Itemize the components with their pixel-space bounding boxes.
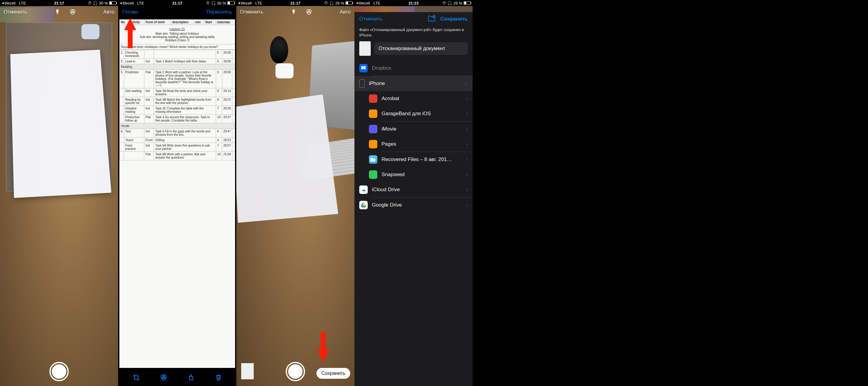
- filename-row: Отсканированный документ: [354, 41, 472, 61]
- folder-item[interactable]: Pages›: [354, 137, 472, 152]
- save-sheet: Отменить Сохранить Файл «Отсканированный…: [354, 12, 472, 386]
- screen-edit: ••ıllifecell LTE 21:17 ⏱🎧30 % Готово Пер…: [118, 0, 236, 386]
- chevron-right-icon: ›: [466, 111, 468, 116]
- edit-toolbar: Готово Переснять: [118, 6, 236, 18]
- alarm-icon: ⏱: [88, 1, 92, 5]
- annotation-arrow-up: [124, 18, 136, 48]
- screen-camera-captured: ••ıllifecell LTE 21:17 ⏱🎧29 % Отменить А…: [236, 0, 354, 386]
- iphone-icon: [359, 79, 365, 88]
- annotation-arrow-down: [317, 332, 329, 362]
- doc-title: Lesson 11: [121, 26, 234, 32]
- location-dropbox[interactable]: Dropbox: [354, 61, 472, 76]
- sheet-toolbar: Отменить Сохранить: [354, 12, 472, 26]
- scanned-document[interactable]: NoActivityForm of workdescriptionminStar…: [119, 19, 235, 368]
- folder-item[interactable]: Recovered Files – 8 авг. 201…›: [354, 152, 472, 167]
- scan-thumbnail[interactable]: [241, 363, 254, 379]
- folder-item[interactable]: Snapseed›: [354, 167, 472, 182]
- dropbox-icon: [359, 64, 368, 72]
- status-bar: ••ıllifecell LTE 21:17 ⏱🎧30 %: [118, 0, 236, 6]
- location-list: Dropbox iPhone ⌄ Acrobat›GarageBand для …: [354, 61, 472, 213]
- doc-thumbnail: [359, 41, 371, 56]
- gdrive-icon: [359, 201, 368, 209]
- flash-icon[interactable]: [290, 9, 297, 16]
- airpods: [276, 63, 293, 79]
- auto-button[interactable]: Авто: [103, 9, 115, 15]
- folder-item[interactable]: GarageBand для iOS›: [354, 106, 472, 121]
- signal-icon: ••ıl: [2, 1, 3, 5]
- location-gdrive[interactable]: Google Drive ›: [354, 198, 472, 213]
- camera-toolbar: Отменить Авто: [0, 6, 118, 18]
- status-bar: ••ıllifecell LTE 21:17 ⏱🎧29 %: [236, 0, 354, 6]
- chevron-right-icon: ›: [466, 202, 468, 208]
- chevron-right-icon: ›: [466, 187, 468, 192]
- app-icon: [369, 170, 377, 179]
- save-message: Файл «Отсканированный документ.pdf» буде…: [354, 26, 472, 41]
- svg-rect-6: [189, 376, 193, 380]
- svg-marker-7: [124, 18, 136, 48]
- chevron-down-icon: ⌄: [464, 81, 468, 86]
- auto-button[interactable]: Авто: [340, 9, 351, 15]
- rotate-icon[interactable]: [187, 374, 195, 382]
- app-icon: [369, 94, 377, 103]
- screen-save: ••ıllifecell LTE 21:23 ⏱🎧29 % Отменить С…: [354, 0, 472, 386]
- save-button[interactable]: Сохранить: [440, 16, 468, 22]
- folder-item[interactable]: Acrobat›: [354, 91, 472, 106]
- folder-item[interactable]: iMovie›: [354, 121, 472, 137]
- cancel-button[interactable]: Отменить: [4, 9, 27, 15]
- paper-preview: [10, 50, 111, 198]
- app-icon: [369, 110, 377, 118]
- app-icon: [369, 140, 377, 148]
- filter-icon[interactable]: [306, 9, 312, 16]
- save-button[interactable]: Сохранить: [316, 368, 350, 379]
- crop-icon[interactable]: [132, 374, 140, 382]
- status-time: 21:17: [54, 1, 64, 5]
- chevron-right-icon: ›: [466, 157, 468, 162]
- cancel-button[interactable]: Отменить: [359, 16, 383, 22]
- icloud-icon: ☁︎: [359, 185, 368, 194]
- mouse: [270, 36, 288, 63]
- battery-icon: [109, 1, 116, 5]
- filename-field[interactable]: Отсканированный документ: [374, 42, 468, 55]
- chevron-right-icon: ›: [466, 96, 468, 101]
- location-iphone[interactable]: iPhone ⌄: [354, 76, 472, 91]
- camera-toolbar: Отменить Авто: [236, 6, 354, 18]
- app-icon: [369, 125, 377, 133]
- status-bar: ••ıllifecell LTE 21:17 ⏱🎧30 %: [0, 0, 118, 6]
- done-button[interactable]: Готово: [122, 9, 138, 15]
- new-folder-icon[interactable]: [428, 15, 435, 23]
- retake-button[interactable]: Переснять: [207, 9, 232, 15]
- edit-bottom-toolbar: [118, 369, 236, 386]
- svg-marker-11: [317, 332, 329, 362]
- headphones-icon: 🎧: [93, 1, 98, 5]
- flash-icon[interactable]: [54, 9, 61, 16]
- chevron-right-icon: ›: [466, 142, 468, 147]
- chevron-right-icon: ›: [466, 126, 468, 132]
- status-bar: ••ıllifecell LTE 21:23 ⏱🎧29 %: [354, 0, 472, 6]
- trash-icon[interactable]: [215, 374, 222, 382]
- location-icloud[interactable]: ☁︎ iCloud Drive ›: [354, 182, 472, 197]
- chevron-right-icon: ›: [466, 172, 468, 177]
- cancel-button[interactable]: Отменить: [240, 9, 264, 15]
- shutter-button[interactable]: [286, 362, 305, 381]
- filter-icon[interactable]: [160, 374, 167, 382]
- filter-icon[interactable]: [69, 9, 76, 16]
- folder-icon: [369, 155, 377, 164]
- shutter-button[interactable]: [50, 362, 69, 381]
- screen-camera-scan: ••ıllifecell LTE 21:17 ⏱🎧30 % Отменить А…: [0, 0, 118, 386]
- paper-preview: [236, 94, 338, 223]
